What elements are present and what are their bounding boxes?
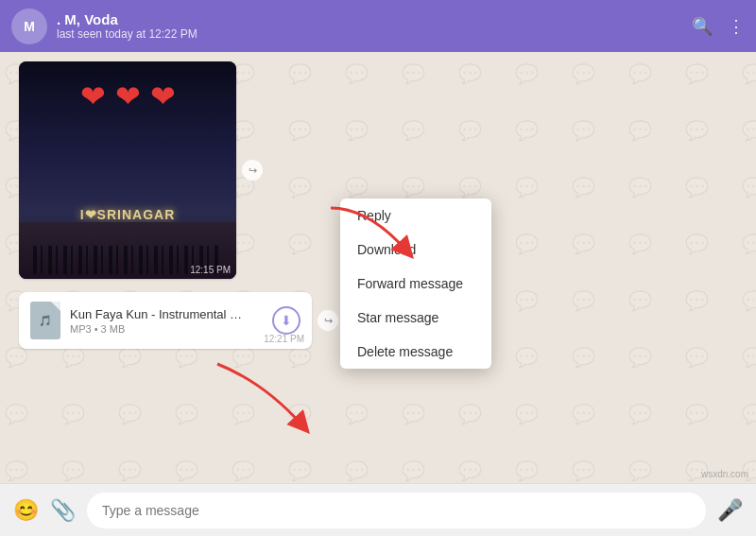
contact-name: . M, Voda xyxy=(57,11,692,27)
night-scene: ❤ ❤ ❤ I❤SRINAGAR xyxy=(19,61,236,279)
image-bubble: ❤ ❤ ❤ I❤SRINAGAR 12:15 PM xyxy=(19,61,236,279)
image-timestamp: 12:15 PM xyxy=(190,265,231,275)
attach-icon[interactable]: 📎 xyxy=(50,498,76,523)
file-timestamp: 12:21 PM xyxy=(264,334,304,344)
heart-1: ❤ xyxy=(80,78,106,114)
context-menu-delete[interactable]: Delete message xyxy=(340,335,491,369)
more-options-icon[interactable]: ⋮ xyxy=(728,16,745,37)
chat-area: ❤ ❤ ❤ I❤SRINAGAR 12:15 PM ↪ xyxy=(0,52,756,483)
emoji-icon[interactable]: 😊 xyxy=(13,498,39,523)
context-menu-download[interactable]: Download xyxy=(340,233,491,267)
context-menu-star[interactable]: Star message xyxy=(340,301,491,335)
file-name: Kun Faya Kun - Instrumental Co... xyxy=(70,307,249,321)
image-message: ❤ ❤ ❤ I❤SRINAGAR 12:15 PM ↪ xyxy=(19,61,236,279)
search-icon[interactable]: 🔍 xyxy=(692,16,713,37)
contact-status: last seen today at 12:22 PM xyxy=(57,27,692,41)
hearts-row: ❤ ❤ ❤ xyxy=(80,78,176,114)
contact-info: . M, Voda last seen today at 12:22 PM xyxy=(57,11,692,41)
chat-header: M . M, Voda last seen today at 12:22 PM … xyxy=(0,0,756,52)
forward-file-button[interactable]: ↪ xyxy=(318,310,338,331)
file-size: 3 MB xyxy=(101,323,126,335)
file-meta: MP3 • 3 MB xyxy=(70,323,263,335)
context-menu-forward[interactable]: Forward message xyxy=(340,267,491,301)
avatar[interactable]: M xyxy=(11,9,47,44)
context-menu: Reply Download Forward message Star mess… xyxy=(340,199,491,369)
bottom-toolbar: 😊 📎 🎤 xyxy=(0,483,756,536)
file-size-separator: • xyxy=(94,323,101,335)
header-actions: 🔍 ⋮ xyxy=(692,16,745,37)
context-menu-reply[interactable]: Reply xyxy=(340,199,491,233)
mic-icon[interactable]: 🎤 xyxy=(717,498,743,523)
forward-image-button[interactable]: ↪ xyxy=(242,160,263,181)
file-bubble: 🎵 Kun Faya Kun - Instrumental Co... MP3 … xyxy=(19,292,312,349)
sign-text: I❤SRINAGAR xyxy=(80,207,176,222)
message-input[interactable] xyxy=(87,493,706,528)
watermark: wsxdn.com xyxy=(701,469,748,479)
file-info: Kun Faya Kun - Instrumental Co... MP3 • … xyxy=(70,307,263,335)
file-icon: 🎵 xyxy=(30,302,60,339)
heart-2: ❤ xyxy=(115,78,141,114)
download-button[interactable]: ⬇ xyxy=(272,306,301,335)
heart-3: ❤ xyxy=(150,78,176,114)
file-message: 🎵 Kun Faya Kun - Instrumental Co... MP3 … xyxy=(19,292,312,349)
message-image: ❤ ❤ ❤ I❤SRINAGAR 12:15 PM xyxy=(19,61,236,279)
file-format: MP3 xyxy=(70,323,92,335)
